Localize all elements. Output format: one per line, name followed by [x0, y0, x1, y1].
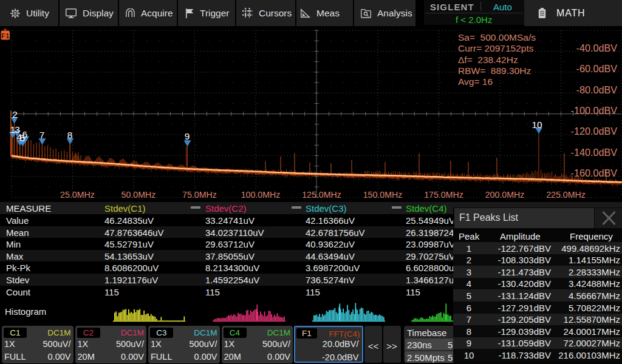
svg-text:125.0MHz: 125.0MHz — [302, 190, 341, 200]
svg-text:-160.0dBV: -160.0dBV — [571, 167, 618, 178]
svg-text:7: 7 — [39, 130, 45, 140]
svg-text:-60.0dBV: -60.0dBV — [576, 63, 618, 74]
svg-text:2: 2 — [12, 109, 18, 120]
svg-text:Δf= 238.42Hz: Δf= 238.42Hz — [458, 55, 518, 65]
svg-text:75.0MHz: 75.0MHz — [182, 190, 217, 200]
svg-text:9: 9 — [185, 131, 190, 141]
svg-text:F1: F1 — [1, 32, 10, 39]
svg-text:50.0MHz: 50.0MHz — [121, 190, 156, 200]
svg-text:100.0MHz: 100.0MHz — [241, 190, 281, 200]
svg-text:-40.0dBV: -40.0dBV — [576, 42, 618, 53]
svg-text:200.0MHz: 200.0MHz — [485, 190, 525, 200]
svg-text:8: 8 — [67, 130, 73, 140]
svg-text:Sa= 500.00MSa/s: Sa= 500.00MSa/s — [458, 32, 536, 42]
svg-text:Curr= 2097152pts: Curr= 2097152pts — [458, 43, 534, 53]
svg-text:25.0MHz: 25.0MHz — [60, 190, 95, 200]
svg-text:10: 10 — [531, 120, 542, 130]
svg-text:-140.0dBV: -140.0dBV — [571, 147, 618, 158]
svg-text:225.0MHz: 225.0MHz — [546, 190, 586, 200]
svg-text:-80.0dBV: -80.0dBV — [576, 84, 618, 95]
svg-text:150.0MHz: 150.0MHz — [363, 190, 403, 200]
svg-text:Avg= 16: Avg= 16 — [458, 76, 493, 87]
svg-text:-100.0dBV: -100.0dBV — [571, 105, 618, 116]
svg-text:RBW= 889.30Hz: RBW= 889.30Hz — [458, 66, 531, 76]
svg-text:-120.0dBV: -120.0dBV — [571, 126, 618, 136]
svg-text:175.0MHz: 175.0MHz — [424, 190, 463, 200]
svg-text:6: 6 — [22, 129, 27, 140]
